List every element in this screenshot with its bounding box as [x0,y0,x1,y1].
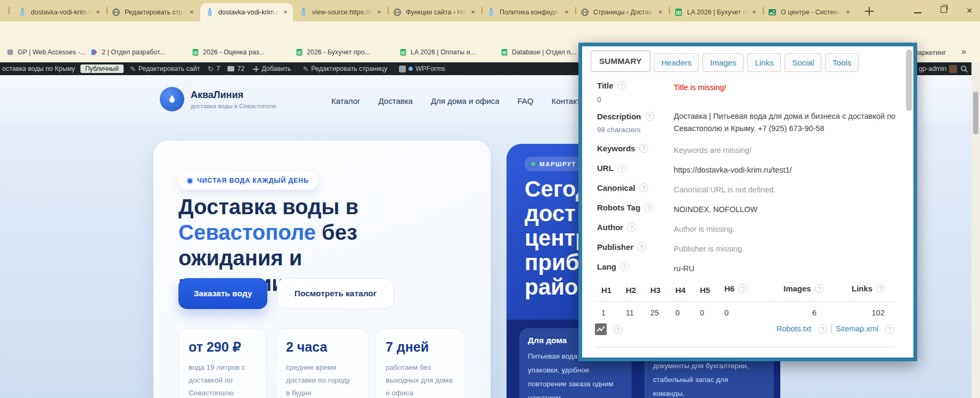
pencil-icon [130,65,136,73]
nav-faq[interactable]: FAQ [518,96,534,105]
nav-delivery[interactable]: Доставка [379,96,413,105]
tab-close-icon[interactable] [844,8,852,17]
popup-scrollbar-thumb[interactable] [906,50,912,111]
tab-close-icon[interactable] [750,8,758,17]
browser-tab-2[interactable]: Редактировать стра [107,3,199,21]
status-dot [409,67,413,71]
route-badge-label: МАРШРУТ А [540,161,584,167]
help-icon[interactable]: ? [637,242,646,251]
bookmark-item[interactable]: 2 | Отдел разработ... [91,48,165,56]
browser-tab-5[interactable]: Функции сайта ‹ На [388,3,480,21]
window-restore-button[interactable] [941,6,947,13]
lang-value: ru-RU [674,263,905,275]
tab-close-icon[interactable] [94,8,102,17]
bookmark-item[interactable]: 2026 - Оценка раз... [192,48,265,56]
admin-analytics[interactable]: WPForms [399,65,445,72]
bookmark-folder-marketing[interactable]: маркетинг [913,48,946,56]
stat-value: 7 дней [386,339,455,355]
browser-tab-8[interactable]: LA 2026 | Бухучет пр [669,3,762,21]
links-header: Links? [852,284,885,293]
page-scrollbar-thumb[interactable] [973,92,978,134]
h4-count: 0 [675,308,680,317]
help-icon[interactable]: ? [876,284,885,293]
admin-add-new[interactable]: Добавить [253,65,291,72]
bookmark-item[interactable]: 2026 - Бухучет про... [296,48,370,56]
view-catalog-button[interactable]: Посмотреть каталог [277,278,394,309]
admin-edit-site[interactable]: Редактировать сайт [130,65,200,73]
tab-summary[interactable]: SUMMARY [591,51,650,72]
nav-home-office[interactable]: Для дома и офиса [431,96,500,105]
publisher-label: Publisher? [597,242,646,251]
admin-search-icon[interactable] [960,65,968,73]
tab-close-icon[interactable] [469,8,477,17]
h5-count: 0 [700,308,704,317]
traffic-chart-icon[interactable] [595,323,607,335]
tab-close-icon[interactable] [281,8,290,17]
tab-tools[interactable]: Tools [825,53,859,72]
sheets-favicon [501,48,508,56]
new-tab-button[interactable] [863,5,876,18]
admin-updates[interactable]: 7 [208,64,220,73]
help-icon[interactable]: ? [627,223,636,232]
admin-account[interactable]: gp-admin [919,65,957,73]
tab-headers[interactable]: Headers [654,53,699,72]
route-heading-line: дост [525,201,576,226]
help-icon[interactable]: ? [885,324,894,334]
route-dot-icon [532,162,535,166]
browser-toolbar: dostavka-vodi-krim.ru/test1/ A [0,21,980,44]
admin-site-name[interactable]: оставка воды по Крыму [2,65,75,72]
tab-title: view-source:https://d [312,9,373,16]
window-close-button[interactable] [963,4,976,17]
tab-links[interactable]: Links [747,53,781,72]
tab-separator [9,7,10,14]
table-divider [595,301,894,302]
tab-images[interactable]: Images [703,53,744,72]
globe-favicon [112,8,120,17]
help-icon[interactable]: ? [639,183,648,192]
admin-edit-page[interactable]: Редактировать страницу [303,65,387,73]
sitemap-xml-link[interactable]: Sitemap.xml [836,324,878,333]
sheets-favicon [399,48,407,56]
bookmarks-overflow-icon[interactable] [961,47,966,56]
help-icon[interactable]: ? [738,284,747,293]
browser-tab-7[interactable]: Страницы ‹ Достав [575,3,668,21]
seo-extension-popup: SUMMARY Headers Images Links Social Tool… [578,43,917,361]
help-icon[interactable]: ? [815,284,824,293]
admin-comments[interactable]: 72 [227,65,244,72]
browser-tab-3-active[interactable]: dostavka-vodi-krim.r [200,3,293,21]
bookmark-item[interactable]: Database | Отдел п... [501,48,576,56]
tab-social[interactable]: Social [785,53,821,72]
globe-favicon [393,8,402,17]
tab-title: О центре - Система [781,9,842,16]
tab-close-icon[interactable] [656,8,665,17]
help-icon[interactable]: ? [617,164,626,173]
hero-heading-accent: Севастополе [178,221,316,244]
site-logo[interactable] [160,87,184,111]
site-title[interactable]: АкваЛиния [191,90,243,101]
browser-tab-1[interactable]: dostavka-vodi-krim.r [13,3,105,21]
help-icon[interactable]: ? [617,81,626,90]
water-bottle-favicon [487,8,495,17]
help-icon[interactable]: ? [614,325,623,334]
help-icon[interactable]: ? [620,262,629,271]
stat-description: вода 19 литров сдоставкой поСевастополю [189,361,256,398]
bookmark-item[interactable]: GP | Web Accesses -... [6,48,86,56]
browser-tab-9[interactable]: О центре - Система [763,3,855,21]
nav-catalog[interactable]: Каталог [331,96,361,105]
window-minimize-button[interactable] [914,12,921,13]
tab-close-icon[interactable] [187,8,196,17]
tab-close-icon[interactable] [375,8,383,17]
help-icon[interactable]: ? [818,324,827,334]
browser-tab-6[interactable]: Политика конфиде [481,3,574,21]
tab-title: dostavka-vodi-krim.r [31,9,92,16]
help-icon[interactable]: ? [644,203,653,212]
tab-close-icon[interactable] [562,8,571,17]
help-icon[interactable]: ? [645,112,654,121]
bookmark-item[interactable]: LA 2026 | Оплаты и... [399,48,476,56]
h6-header: H6? [724,284,747,293]
order-water-button[interactable]: Заказать воду [178,278,267,309]
help-icon[interactable]: ? [639,144,648,153]
browser-tab-4[interactable]: view-source:https://d [294,3,387,21]
browser-window: dostavka-vodi-krim.r Редактировать стра … [0,0,980,398]
robots-txt-link[interactable]: Robots.txt [777,324,811,333]
